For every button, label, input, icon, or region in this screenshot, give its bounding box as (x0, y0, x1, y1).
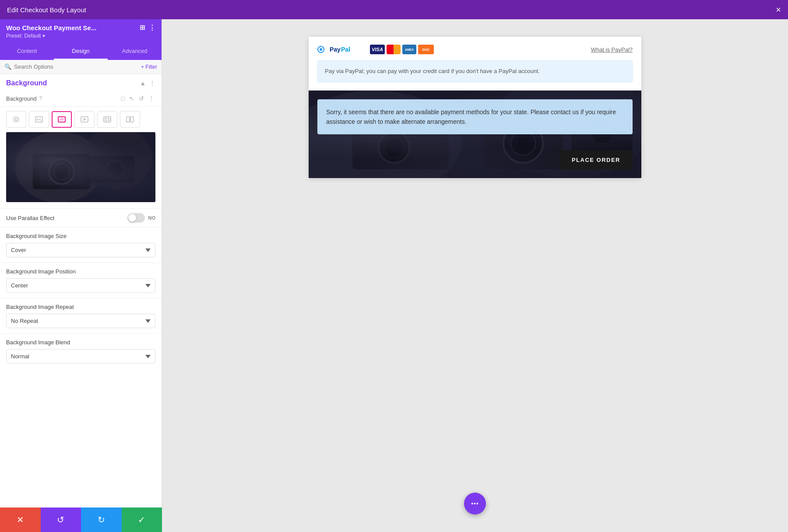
canvas-area: Pay Pal VISA AMEX DISC What is PayPal? (162, 19, 788, 532)
bg-image-preview (6, 132, 155, 202)
place-order-button[interactable]: PLACE ORDER (559, 150, 633, 169)
fab-button[interactable]: ••• (464, 493, 486, 514)
bg-type-color[interactable] (6, 111, 26, 128)
svg-point-23 (109, 164, 120, 175)
tab-design[interactable]: Design (54, 43, 108, 60)
svg-rect-6 (104, 117, 111, 122)
bg-image-repeat-select[interactable]: No Repeat Repeat Repeat X Repeat Y (6, 314, 155, 328)
svg-point-32 (518, 138, 528, 148)
title-bar: Edit Checkout Body Layout × (0, 0, 788, 19)
svg-point-15 (81, 132, 152, 189)
bg-image-position-label: Background Image Position (6, 268, 155, 275)
bg-type-image-2[interactable] (52, 111, 72, 128)
redo-button[interactable]: ↻ (81, 508, 122, 532)
bg-type-pattern[interactable] (97, 111, 117, 128)
expand-icon[interactable]: ⊞ (140, 24, 145, 32)
toggle-label: NO (148, 215, 156, 220)
bg-type-image-1[interactable] (29, 111, 49, 128)
svg-text:Pay: Pay (330, 46, 341, 53)
paypal-section: Pay Pal VISA AMEX DISC What is PayPal? (309, 37, 641, 91)
sidebar-content: Background ▲ ⋮ Background ? □ ↖ ↺ ⋮ (0, 74, 162, 532)
sidebar-tabs: Content Design Advanced (0, 43, 162, 60)
widget-title: Woo Checkout Payment Se... (6, 24, 96, 32)
paypal-header: Pay Pal VISA AMEX DISC What is PayPal? (317, 45, 633, 54)
bg-image-size-select[interactable]: Cover Contain Auto Custom (6, 243, 155, 257)
bg-image-position-select[interactable]: Center Top Left Top Center Top Right (6, 278, 155, 293)
section-menu-icon[interactable]: ⋮ (149, 80, 155, 87)
tab-content[interactable]: Content (0, 43, 54, 60)
bg-image-repeat-label: Background Image Repeat (6, 304, 155, 310)
checkout-widget: Pay Pal VISA AMEX DISC What is PayPal? (309, 37, 641, 178)
parallax-label: Use Parallax Effect (6, 215, 127, 221)
section-title: Background (6, 79, 140, 87)
svg-rect-21 (90, 156, 134, 183)
toggle-thumb (128, 214, 136, 222)
parallax-row: Use Parallax Effect NO (0, 208, 162, 227)
section-icons: ▲ ⋮ (140, 80, 155, 87)
widget-menu-icon[interactable]: ⋮ (149, 24, 155, 32)
cancel-icon: ✕ (17, 514, 24, 525)
mastercard-logo (387, 45, 401, 54)
undo-button[interactable]: ↺ (41, 508, 81, 532)
paypal-description: Pay via PayPal; you can pay with your cr… (317, 60, 633, 82)
parallax-toggle[interactable]: NO (127, 213, 156, 223)
fab-icon: ••• (471, 500, 479, 507)
svg-point-0 (15, 118, 18, 121)
svg-rect-13 (6, 132, 155, 202)
svg-point-20 (58, 168, 65, 175)
bg-more-icon[interactable]: ⋮ (148, 94, 155, 103)
tab-advanced[interactable]: Advanced (108, 43, 162, 60)
background-section-header[interactable]: Background ▲ ⋮ (0, 74, 162, 92)
bg-checkout-section: Sorry, it seems that there are no availa… (309, 91, 641, 178)
bg-controls-row: Background ? □ ↖ ↺ ⋮ (0, 92, 162, 107)
redo-icon: ↻ (98, 514, 105, 525)
bg-reset-icon[interactable]: ↺ (138, 94, 145, 103)
svg-point-19 (53, 164, 69, 179)
save-icon: ✓ (138, 514, 145, 525)
cancel-button[interactable]: ✕ (0, 508, 41, 532)
bg-image-size-label: Background Image Size (6, 233, 155, 239)
bg-device-icon[interactable]: □ (120, 94, 126, 103)
title-bar-close-button[interactable]: × (776, 5, 781, 14)
save-button[interactable]: ✓ (122, 508, 162, 532)
svg-rect-17 (39, 158, 84, 185)
svg-text:Pal: Pal (341, 46, 350, 53)
preset-row[interactable]: Preset: Default ▾ (6, 33, 155, 39)
svg-rect-11 (127, 117, 130, 122)
search-input[interactable] (14, 63, 138, 70)
svg-rect-12 (130, 117, 134, 122)
preset-label: Preset: Default (6, 33, 41, 39)
bg-image-blend-label: Background Image Blend (6, 339, 155, 346)
paypal-left: Pay Pal VISA AMEX DISC (317, 45, 434, 54)
bg-cursor-icon[interactable]: ↖ (128, 94, 135, 103)
widget-icons: ⊞ ⋮ (140, 24, 155, 32)
bg-type-slideshow[interactable] (74, 111, 95, 128)
bg-label: Background ? (6, 95, 117, 102)
svg-point-14 (15, 132, 103, 202)
what-is-paypal-link[interactable]: What is PayPal? (591, 46, 633, 53)
visa-logo: VISA (370, 45, 385, 54)
bg-type-hover[interactable] (120, 111, 140, 128)
title-bar-title: Edit Checkout Body Layout (7, 6, 86, 14)
svg-point-22 (106, 161, 123, 178)
bg-type-selectors (0, 107, 162, 132)
sidebar-header: Woo Checkout Payment Se... ⊞ ⋮ Preset: D… (0, 19, 162, 43)
main-layout: Woo Checkout Payment Se... ⊞ ⋮ Preset: D… (0, 19, 788, 532)
undo-icon: ↺ (57, 514, 64, 525)
bg-image-size-row: Background Image Size Cover Contain Auto… (0, 227, 162, 262)
paypal-radio[interactable] (317, 46, 324, 53)
bg-image-blend-select[interactable]: Normal Multiply Screen Overlay (6, 349, 155, 364)
sidebar: Woo Checkout Payment Se... ⊞ ⋮ Preset: D… (0, 19, 162, 532)
svg-marker-5 (84, 118, 86, 121)
filter-button[interactable]: + Filter (141, 64, 157, 70)
amex-logo: AMEX (402, 45, 416, 54)
section-collapse-icon[interactable]: ▲ (140, 80, 146, 87)
preset-arrow: ▾ (42, 33, 45, 39)
bg-help-icon[interactable]: ? (39, 95, 42, 102)
search-icon: 🔍 (4, 63, 11, 70)
toggle-track[interactable] (127, 213, 145, 223)
payment-card-logos: VISA AMEX DISC (370, 45, 434, 54)
bg-image-blend-row: Background Image Blend Normal Multiply S… (0, 333, 162, 369)
discover-logo: DISC (418, 45, 434, 54)
svg-point-18 (49, 159, 74, 184)
